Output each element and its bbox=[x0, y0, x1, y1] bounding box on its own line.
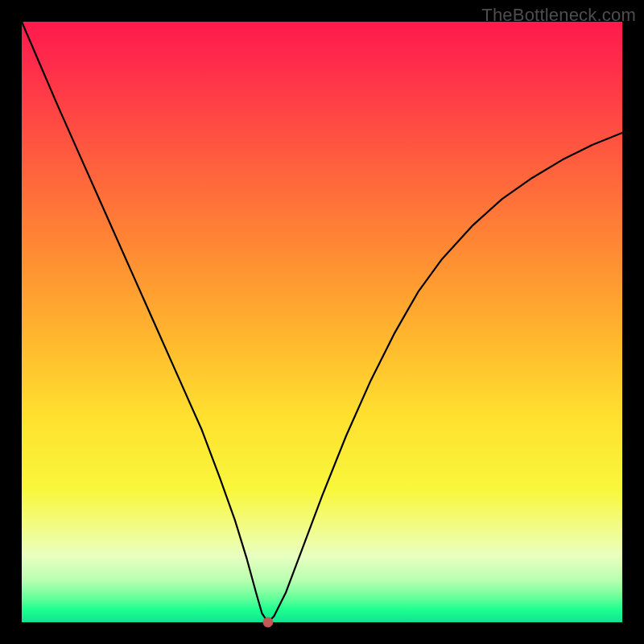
plot-area bbox=[22, 22, 622, 622]
watermark-text: TheBottleneck.com bbox=[481, 5, 636, 26]
bottleneck-curve bbox=[22, 22, 622, 622]
curve-layer bbox=[22, 22, 622, 622]
chart-frame: TheBottleneck.com bbox=[0, 0, 644, 644]
optimum-marker bbox=[263, 617, 273, 627]
